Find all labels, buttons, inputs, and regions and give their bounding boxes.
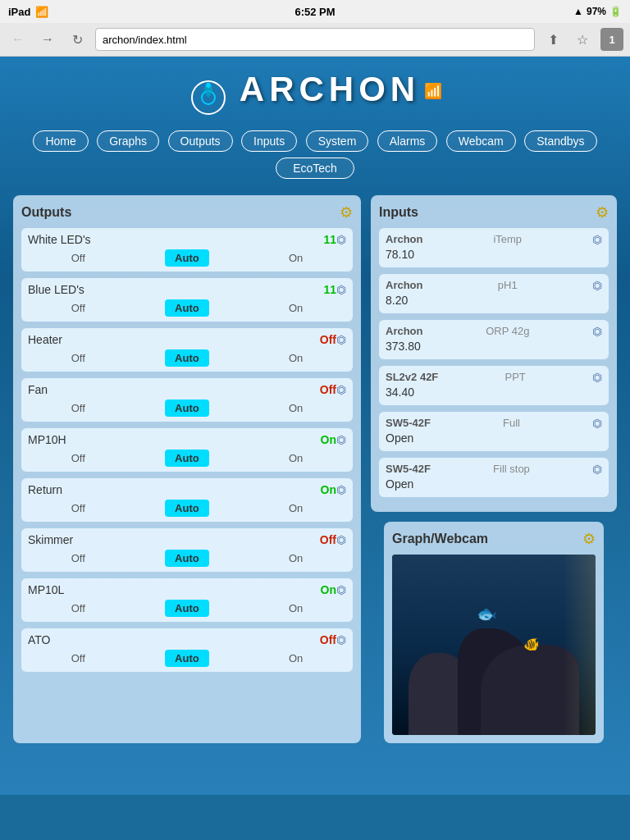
return-off[interactable]: Off [65, 500, 92, 517]
mp10l-slider-icon[interactable]: ⏣ [336, 583, 346, 596]
heater-on[interactable]: On [282, 349, 309, 367]
output-ato: ATO Off ⏣ Off Auto On [21, 628, 353, 672]
sw5-fillstop-slider-icon[interactable]: ⏣ [592, 463, 602, 476]
return-on[interactable]: On [282, 500, 309, 517]
back-button[interactable]: ← [7, 28, 30, 51]
mp10h-status: On [321, 433, 336, 446]
fan-on[interactable]: On [282, 399, 309, 417]
output-blue-leds: Blue LED's 11 ⏣ Off Auto On [21, 278, 353, 322]
share-button[interactable]: ⬆ [541, 28, 564, 51]
archon-ph1-value: 8.20 [386, 292, 602, 308]
fan-off[interactable]: Off [65, 399, 92, 417]
mp10h-auto[interactable]: Auto [165, 450, 209, 467]
tank-fish-1: 🐟 [477, 604, 497, 623]
input-archon-ph1-row: Archon pH1 ⏣ [386, 279, 602, 292]
fan-slider-icon[interactable]: ⏣ [336, 383, 346, 396]
archon-ph1-slider-icon[interactable]: ⏣ [592, 279, 602, 292]
return-controls: Off Auto On [28, 500, 346, 517]
sw5-full-slider-icon[interactable]: ⏣ [592, 417, 602, 430]
ato-slider-icon[interactable]: ⏣ [336, 633, 346, 646]
inputs-gear-icon[interactable]: ⚙ [596, 203, 609, 221]
mp10h-name: MP10H [28, 433, 321, 446]
archon-itemp-value: 78.10 [386, 246, 602, 262]
fan-auto[interactable]: Auto [165, 399, 209, 417]
nav-standbys[interactable]: Standbys [524, 130, 596, 152]
heater-slider-icon[interactable]: ⏣ [336, 333, 346, 346]
input-archon-itemp-row: Archon iTemp ⏣ [386, 233, 602, 246]
logo-area: ARCHON 📶 [0, 57, 630, 125]
browser-chrome: ← → ↻ ⬆ ☆ 1 [0, 23, 630, 57]
sl2v2-ppt-source: SL2v2 42F [386, 371, 438, 383]
nav-graphs[interactable]: Graphs [97, 130, 159, 152]
nav-outputs[interactable]: Outputs [168, 130, 233, 152]
ato-off[interactable]: Off [65, 650, 92, 667]
mp10l-controls: Off Auto On [28, 600, 346, 617]
battery-label: 97% [587, 6, 606, 17]
return-auto[interactable]: Auto [165, 500, 209, 517]
mp10l-status: On [321, 583, 336, 596]
heater-off[interactable]: Off [65, 349, 92, 367]
skimmer-slider-icon[interactable]: ⏣ [336, 533, 346, 546]
nav-webcam[interactable]: Webcam [446, 130, 516, 152]
skimmer-auto[interactable]: Auto [165, 550, 209, 567]
sw5-fillstop-name: Fill stop [493, 463, 530, 475]
address-bar[interactable] [95, 28, 535, 51]
graph-gear-icon[interactable]: ⚙ [582, 530, 596, 548]
archon-itemp-slider-icon[interactable]: ⏣ [592, 233, 602, 246]
tank-fish-2: 🐠 [523, 637, 540, 652]
ato-auto[interactable]: Auto [165, 650, 209, 667]
sl2v2-ppt-slider-icon[interactable]: ⏣ [592, 371, 602, 384]
skimmer-off[interactable]: Off [65, 550, 92, 567]
refresh-button[interactable]: ↻ [66, 28, 89, 51]
ato-controls: Off Auto On [28, 650, 346, 667]
nav-home[interactable]: Home [33, 130, 88, 152]
mp10h-on[interactable]: On [282, 450, 309, 467]
skimmer-name: Skimmer [28, 533, 320, 546]
mp10h-off[interactable]: Off [65, 450, 92, 467]
white-leds-off[interactable]: Off [65, 249, 92, 267]
mp10l-on[interactable]: On [282, 600, 309, 617]
skimmer-on[interactable]: On [282, 550, 309, 567]
output-skimmer: Skimmer Off ⏣ Off Auto On [21, 528, 353, 572]
output-blue-leds-row: Blue LED's 11 ⏣ [28, 283, 346, 296]
outputs-gear-icon[interactable]: ⚙ [340, 203, 353, 221]
blue-leds-off[interactable]: Off [65, 299, 92, 317]
white-leds-slider-icon[interactable]: ⏣ [336, 233, 346, 246]
white-leds-auto[interactable]: Auto [165, 249, 209, 267]
input-archon-orp: Archon ORP 42g ⏣ 373.80 [379, 320, 609, 359]
archon-orp-slider-icon[interactable]: ⏣ [592, 325, 602, 338]
ocean-background: ARCHON 📶 Home Graphs Outputs Inputs Syst… [0, 57, 630, 795]
white-leds-on[interactable]: On [282, 249, 309, 267]
blue-leds-auto[interactable]: Auto [165, 299, 209, 317]
bookmark-button[interactable]: ☆ [571, 28, 594, 51]
outputs-header: Outputs ⚙ [21, 203, 353, 221]
mp10l-auto[interactable]: Auto [165, 600, 209, 617]
ato-on[interactable]: On [282, 650, 309, 667]
return-slider-icon[interactable]: ⏣ [336, 483, 346, 496]
tab-button[interactable]: 1 [600, 28, 623, 51]
sw5-full-source: SW5-42F [386, 417, 431, 429]
archon-orp-value: 373.80 [386, 338, 602, 354]
forward-button[interactable]: → [36, 28, 59, 51]
mp10l-off[interactable]: Off [65, 600, 92, 617]
output-fan-row: Fan Off ⏣ [28, 383, 346, 396]
nav-ecotech[interactable]: EcoTech [276, 158, 354, 179]
nav-inputs[interactable]: Inputs [241, 130, 297, 152]
battery-icon: 🔋 [609, 6, 622, 17]
wifi-signal-logo: 📶 [424, 83, 442, 99]
heater-auto[interactable]: Auto [165, 349, 209, 367]
sl2v2-ppt-value: 34.40 [386, 384, 602, 400]
heater-status: Off [320, 333, 336, 346]
mp10h-slider-icon[interactable]: ⏣ [336, 433, 346, 446]
output-skimmer-row: Skimmer Off ⏣ [28, 533, 346, 546]
return-status: On [321, 483, 336, 496]
nav-alarms[interactable]: Alarms [377, 130, 438, 152]
ipad-label: iPad [8, 6, 30, 18]
blue-leds-on[interactable]: On [282, 299, 309, 317]
output-white-leds-row: White LED's 11 ⏣ [28, 233, 346, 246]
input-sw5-fillstop-row: SW5-42F Fill stop ⏣ [386, 463, 602, 476]
white-leds-status: 11 [323, 233, 336, 246]
blue-leds-slider-icon[interactable]: ⏣ [336, 283, 346, 296]
skimmer-controls: Off Auto On [28, 550, 346, 567]
nav-system[interactable]: System [306, 130, 369, 152]
